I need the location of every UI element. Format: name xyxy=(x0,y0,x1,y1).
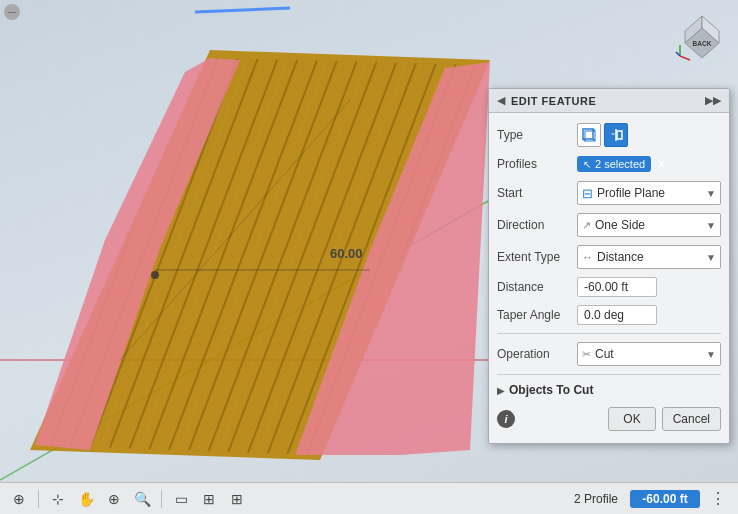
start-control: ⊟ Profile Plane ▼ xyxy=(577,181,721,205)
taper-angle-control: 0.0 deg xyxy=(577,305,721,325)
extent-type-label: Extent Type xyxy=(497,250,577,264)
extent-type-value: Distance xyxy=(597,250,644,264)
distance-label: Distance xyxy=(497,280,577,294)
orbit-icon[interactable]: ⊕ xyxy=(103,488,125,510)
direction-row: Direction ↗ One Side ▼ xyxy=(489,209,729,241)
panel-divider-1 xyxy=(497,333,721,334)
panel-divider-2 xyxy=(497,374,721,375)
taper-angle-value[interactable]: 0.0 deg xyxy=(577,305,657,325)
distance-value[interactable]: -60.00 ft xyxy=(577,277,657,297)
direction-dropdown[interactable]: ↗ One Side ▼ xyxy=(577,213,721,237)
start-value: Profile Plane xyxy=(597,186,665,200)
operation-icon: ✂ xyxy=(582,348,591,361)
panel-body: Type xyxy=(489,113,729,443)
ok-button[interactable]: OK xyxy=(608,407,655,431)
add-icon[interactable]: ⊕ xyxy=(8,488,30,510)
type-label: Type xyxy=(497,128,577,142)
operation-label: Operation xyxy=(497,347,577,361)
info-letter: i xyxy=(504,413,507,425)
distance-control: -60.00 ft xyxy=(577,277,721,297)
toolbar-sep-1 xyxy=(38,490,39,508)
start-dropdown[interactable]: ⊟ Profile Plane ▼ xyxy=(577,181,721,205)
start-dropdown-arrow: ▼ xyxy=(706,188,716,199)
taper-angle-label: Taper Angle xyxy=(497,308,577,322)
start-label: Start xyxy=(497,186,577,200)
extent-type-icon: ↔ xyxy=(582,251,593,263)
operation-dropdown[interactable]: ✂ Cut ▼ xyxy=(577,342,721,366)
toolbar-sep-2 xyxy=(161,490,162,508)
panel-header: ◀ EDIT FEATURE ▶▶ xyxy=(489,89,729,113)
cancel-button[interactable]: Cancel xyxy=(662,407,721,431)
grid-icon[interactable]: ⊞ xyxy=(198,488,220,510)
start-row: Start ⊟ Profile Plane ▼ xyxy=(489,177,729,209)
cursor-icon: ↖ xyxy=(583,159,591,170)
zoom-icon[interactable]: 🔍 xyxy=(131,488,153,510)
operation-row: Operation ✂ Cut ▼ xyxy=(489,338,729,370)
profiles-chip[interactable]: ↖ 2 selected xyxy=(577,156,651,172)
objects-to-cut-arrow: ▶ xyxy=(497,385,505,396)
panel-title: EDIT FEATURE xyxy=(511,95,596,107)
cube-navigator[interactable]: BACK xyxy=(675,8,730,63)
profiles-label: Profiles xyxy=(497,157,577,171)
panel-footer: i OK Cancel xyxy=(489,401,729,437)
profiles-row: Profiles ↖ 2 selected ✕ xyxy=(489,151,729,177)
minimize-button[interactable]: — xyxy=(4,4,20,20)
objects-to-cut-section[interactable]: ▶ Objects To Cut xyxy=(489,379,729,401)
extent-type-row: Extent Type ↔ Distance ▼ xyxy=(489,241,729,273)
extent-type-dropdown-arrow: ▼ xyxy=(706,252,716,263)
profiles-control: ↖ 2 selected ✕ xyxy=(577,156,721,172)
direction-value: One Side xyxy=(595,218,645,232)
type-revolve-button[interactable] xyxy=(604,123,628,147)
footer-buttons: OK Cancel xyxy=(608,407,721,431)
views-icon[interactable]: ▭ xyxy=(170,488,192,510)
grid2-icon[interactable]: ⊞ xyxy=(226,488,248,510)
type-controls xyxy=(577,123,721,147)
select-icon[interactable]: ⊹ xyxy=(47,488,69,510)
status-value[interactable]: -60.00 ft xyxy=(630,490,700,508)
profiles-count: 2 selected xyxy=(595,158,645,170)
svg-text:BACK: BACK xyxy=(693,40,712,47)
taper-angle-row: Taper Angle 0.0 deg xyxy=(489,301,729,329)
direction-dropdown-arrow: ▼ xyxy=(706,220,716,231)
info-icon[interactable]: i xyxy=(497,410,515,428)
objects-to-cut-label: Objects To Cut xyxy=(509,383,593,397)
svg-line-47 xyxy=(680,56,690,60)
panel-expand-icon[interactable]: ▶▶ xyxy=(705,94,721,107)
edit-feature-panel: ◀ EDIT FEATURE ▶▶ Type xyxy=(488,88,730,444)
pan-icon[interactable]: ✋ xyxy=(75,488,97,510)
distance-row: Distance -60.00 ft xyxy=(489,273,729,301)
type-extrude-button[interactable] xyxy=(577,123,601,147)
direction-control: ↗ One Side ▼ xyxy=(577,213,721,237)
operation-value: Cut xyxy=(595,347,614,361)
extent-type-control: ↔ Distance ▼ xyxy=(577,245,721,269)
panel-collapse-icon[interactable]: ◀ xyxy=(497,94,505,107)
svg-rect-56 xyxy=(617,131,622,139)
profiles-clear-button[interactable]: ✕ xyxy=(657,158,666,171)
extent-type-dropdown[interactable]: ↔ Distance ▼ xyxy=(577,245,721,269)
operation-dropdown-arrow: ▼ xyxy=(706,349,716,360)
direction-icon: ↗ xyxy=(582,219,591,232)
svg-point-42 xyxy=(151,271,159,279)
more-options-icon[interactable]: ⋮ xyxy=(706,489,730,508)
status-label: 2 Profile xyxy=(574,492,618,506)
direction-label: Direction xyxy=(497,218,577,232)
start-plane-icon: ⊟ xyxy=(582,186,593,201)
operation-control: ✂ Cut ▼ xyxy=(577,342,721,366)
bottom-toolbar: ⊕ ⊹ ✋ ⊕ 🔍 ▭ ⊞ ⊞ 2 Profile -60.00 ft ⋮ xyxy=(0,482,738,514)
dimension-label: 60.00 xyxy=(330,246,363,261)
type-row: Type xyxy=(489,119,729,151)
